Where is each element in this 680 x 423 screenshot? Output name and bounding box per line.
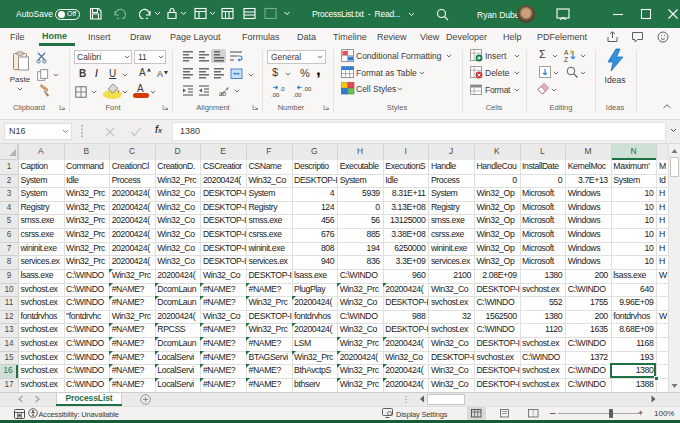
svg-text:.0: .0 xyxy=(280,86,286,92)
svg-text:.00: .00 xyxy=(271,92,280,98)
svg-text:Z: Z xyxy=(564,56,568,62)
svg-text:.00: .00 xyxy=(293,92,302,98)
svg-text:A: A xyxy=(564,49,569,56)
svg-text:.00: .00 xyxy=(303,86,312,92)
svg-text:ab: ab xyxy=(219,90,227,97)
